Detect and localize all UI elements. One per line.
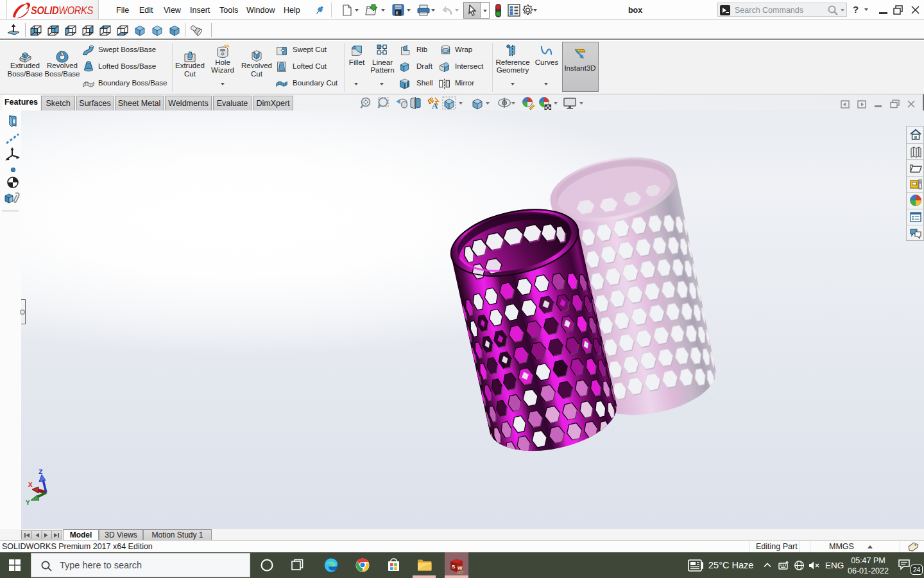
svg-text:Z: Z	[38, 468, 43, 476]
svg-text:cd: cd	[443, 49, 447, 53]
svg-text:Y: Y	[26, 499, 30, 505]
svg-text:2017: 2017	[457, 571, 464, 574]
svg-text:X: X	[28, 481, 33, 489]
svg-text:S: S	[452, 564, 456, 570]
